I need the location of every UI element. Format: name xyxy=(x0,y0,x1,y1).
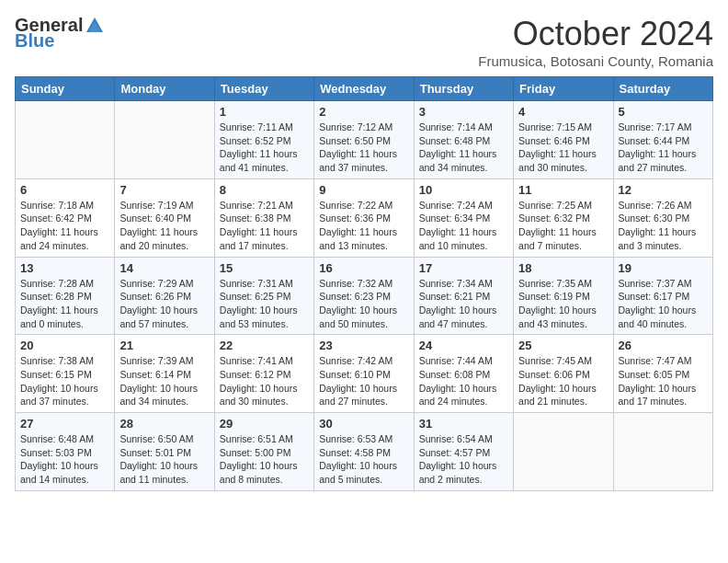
calendar-cell: 2Sunrise: 7:12 AM Sunset: 6:50 PM Daylig… xyxy=(314,101,414,179)
day-content: Sunrise: 7:37 AM Sunset: 6:17 PM Dayligh… xyxy=(619,277,708,331)
calendar-week-3: 13Sunrise: 7:28 AM Sunset: 6:28 PM Dayli… xyxy=(16,257,713,335)
day-content: Sunrise: 7:21 AM Sunset: 6:38 PM Dayligh… xyxy=(220,199,309,253)
calendar-cell: 9Sunrise: 7:22 AM Sunset: 6:36 PM Daylig… xyxy=(314,178,414,257)
calendar-header-saturday: Saturday xyxy=(613,77,712,101)
calendar-cell xyxy=(514,413,613,491)
day-number: 7 xyxy=(119,183,209,197)
calendar: SundayMondayTuesdayWednesdayThursdayFrid… xyxy=(15,76,713,491)
day-number: 11 xyxy=(518,183,608,197)
day-number: 15 xyxy=(220,261,309,275)
logo-blue-text: Blue xyxy=(15,30,54,52)
calendar-cell: 15Sunrise: 7:31 AM Sunset: 6:25 PM Dayli… xyxy=(214,257,313,335)
day-content: Sunrise: 6:48 AM Sunset: 5:03 PM Dayligh… xyxy=(20,432,109,487)
calendar-cell: 4Sunrise: 7:15 AM Sunset: 6:46 PM Daylig… xyxy=(514,101,613,179)
day-content: Sunrise: 7:28 AM Sunset: 6:28 PM Dayligh… xyxy=(20,277,109,331)
month-title: October 2024 xyxy=(478,15,713,53)
day-number: 2 xyxy=(319,105,408,119)
day-number: 27 xyxy=(20,417,109,431)
day-content: Sunrise: 7:25 AM Sunset: 6:32 PM Dayligh… xyxy=(518,199,608,253)
day-number: 21 xyxy=(119,339,209,352)
title-block: October 2024 Frumusica, Botosani County,… xyxy=(478,15,713,69)
calendar-cell: 23Sunrise: 7:42 AM Sunset: 6:10 PM Dayli… xyxy=(314,335,414,413)
day-number: 19 xyxy=(619,261,708,275)
day-number: 6 xyxy=(20,183,109,197)
day-content: Sunrise: 7:15 AM Sunset: 6:46 PM Dayligh… xyxy=(518,121,608,175)
calendar-cell: 8Sunrise: 7:21 AM Sunset: 6:38 PM Daylig… xyxy=(214,178,313,257)
day-number: 26 xyxy=(619,339,708,352)
day-number: 5 xyxy=(619,105,708,119)
day-content: Sunrise: 7:19 AM Sunset: 6:40 PM Dayligh… xyxy=(119,199,209,253)
location: Frumusica, Botosani County, Romania xyxy=(478,53,713,69)
calendar-cell: 21Sunrise: 7:39 AM Sunset: 6:14 PM Dayli… xyxy=(115,335,214,413)
day-number: 8 xyxy=(220,183,309,197)
day-content: Sunrise: 6:50 AM Sunset: 5:01 PM Dayligh… xyxy=(119,432,209,487)
calendar-cell: 7Sunrise: 7:19 AM Sunset: 6:40 PM Daylig… xyxy=(115,178,214,257)
day-number: 17 xyxy=(419,261,508,275)
day-content: Sunrise: 7:42 AM Sunset: 6:10 PM Dayligh… xyxy=(319,354,408,408)
calendar-cell: 29Sunrise: 6:51 AM Sunset: 5:00 PM Dayli… xyxy=(214,413,313,491)
day-number: 24 xyxy=(419,339,508,352)
day-number: 13 xyxy=(20,261,109,275)
day-content: Sunrise: 7:22 AM Sunset: 6:36 PM Dayligh… xyxy=(319,199,408,253)
calendar-cell: 19Sunrise: 7:37 AM Sunset: 6:17 PM Dayli… xyxy=(613,257,712,335)
calendar-cell: 26Sunrise: 7:47 AM Sunset: 6:05 PM Dayli… xyxy=(613,335,712,413)
calendar-cell: 28Sunrise: 6:50 AM Sunset: 5:01 PM Dayli… xyxy=(115,413,214,491)
calendar-cell: 17Sunrise: 7:34 AM Sunset: 6:21 PM Dayli… xyxy=(414,257,513,335)
day-content: Sunrise: 7:17 AM Sunset: 6:44 PM Dayligh… xyxy=(619,121,708,175)
day-content: Sunrise: 7:31 AM Sunset: 6:25 PM Dayligh… xyxy=(220,277,309,331)
calendar-cell: 27Sunrise: 6:48 AM Sunset: 5:03 PM Dayli… xyxy=(16,413,115,491)
calendar-cell: 11Sunrise: 7:25 AM Sunset: 6:32 PM Dayli… xyxy=(514,178,613,257)
day-content: Sunrise: 7:24 AM Sunset: 6:34 PM Dayligh… xyxy=(419,199,508,253)
day-number: 3 xyxy=(419,105,508,119)
day-number: 9 xyxy=(319,183,408,197)
day-number: 22 xyxy=(220,339,309,352)
day-number: 4 xyxy=(518,105,608,119)
day-content: Sunrise: 7:12 AM Sunset: 6:50 PM Dayligh… xyxy=(319,121,408,175)
calendar-cell xyxy=(613,413,712,491)
calendar-cell xyxy=(115,101,214,179)
calendar-header-wednesday: Wednesday xyxy=(314,77,414,101)
calendar-header-monday: Monday xyxy=(115,77,214,101)
calendar-cell: 25Sunrise: 7:45 AM Sunset: 6:06 PM Dayli… xyxy=(514,335,613,413)
calendar-header-friday: Friday xyxy=(514,77,613,101)
day-content: Sunrise: 7:32 AM Sunset: 6:23 PM Dayligh… xyxy=(319,277,408,331)
logo-icon xyxy=(85,16,105,36)
calendar-header-row: SundayMondayTuesdayWednesdayThursdayFrid… xyxy=(16,77,713,101)
day-content: Sunrise: 6:54 AM Sunset: 4:57 PM Dayligh… xyxy=(419,432,508,487)
day-number: 1 xyxy=(220,105,309,119)
calendar-cell: 16Sunrise: 7:32 AM Sunset: 6:23 PM Dayli… xyxy=(314,257,414,335)
calendar-header-thursday: Thursday xyxy=(414,77,513,101)
day-content: Sunrise: 6:51 AM Sunset: 5:00 PM Dayligh… xyxy=(220,432,309,487)
day-content: Sunrise: 7:38 AM Sunset: 6:15 PM Dayligh… xyxy=(20,354,109,408)
calendar-cell: 24Sunrise: 7:44 AM Sunset: 6:08 PM Dayli… xyxy=(414,335,513,413)
calendar-cell: 22Sunrise: 7:41 AM Sunset: 6:12 PM Dayli… xyxy=(214,335,313,413)
day-content: Sunrise: 7:35 AM Sunset: 6:19 PM Dayligh… xyxy=(518,277,608,331)
day-number: 12 xyxy=(619,183,708,197)
day-content: Sunrise: 7:14 AM Sunset: 6:48 PM Dayligh… xyxy=(419,121,508,175)
day-content: Sunrise: 7:41 AM Sunset: 6:12 PM Dayligh… xyxy=(220,354,309,408)
day-content: Sunrise: 7:11 AM Sunset: 6:52 PM Dayligh… xyxy=(220,121,309,175)
day-number: 18 xyxy=(518,261,608,275)
calendar-cell: 1Sunrise: 7:11 AM Sunset: 6:52 PM Daylig… xyxy=(214,101,313,179)
day-number: 31 xyxy=(419,417,508,431)
day-content: Sunrise: 7:45 AM Sunset: 6:06 PM Dayligh… xyxy=(518,354,608,408)
calendar-cell: 12Sunrise: 7:26 AM Sunset: 6:30 PM Dayli… xyxy=(613,178,712,257)
calendar-cell: 5Sunrise: 7:17 AM Sunset: 6:44 PM Daylig… xyxy=(613,101,712,179)
day-number: 28 xyxy=(119,417,209,431)
day-content: Sunrise: 7:18 AM Sunset: 6:42 PM Dayligh… xyxy=(20,199,109,253)
calendar-week-4: 20Sunrise: 7:38 AM Sunset: 6:15 PM Dayli… xyxy=(16,335,713,413)
calendar-cell xyxy=(16,101,115,179)
calendar-cell: 13Sunrise: 7:28 AM Sunset: 6:28 PM Dayli… xyxy=(16,257,115,335)
calendar-header-tuesday: Tuesday xyxy=(214,77,313,101)
calendar-cell: 10Sunrise: 7:24 AM Sunset: 6:34 PM Dayli… xyxy=(414,178,513,257)
calendar-week-1: 1Sunrise: 7:11 AM Sunset: 6:52 PM Daylig… xyxy=(16,101,713,179)
day-content: Sunrise: 7:26 AM Sunset: 6:30 PM Dayligh… xyxy=(619,199,708,253)
day-content: Sunrise: 7:44 AM Sunset: 6:08 PM Dayligh… xyxy=(419,354,508,408)
calendar-week-2: 6Sunrise: 7:18 AM Sunset: 6:42 PM Daylig… xyxy=(16,178,713,257)
calendar-week-5: 27Sunrise: 6:48 AM Sunset: 5:03 PM Dayli… xyxy=(16,413,713,491)
logo: General Blue xyxy=(15,15,107,52)
day-number: 20 xyxy=(20,339,109,352)
day-number: 16 xyxy=(319,261,408,275)
day-number: 14 xyxy=(119,261,209,275)
day-number: 10 xyxy=(419,183,508,197)
